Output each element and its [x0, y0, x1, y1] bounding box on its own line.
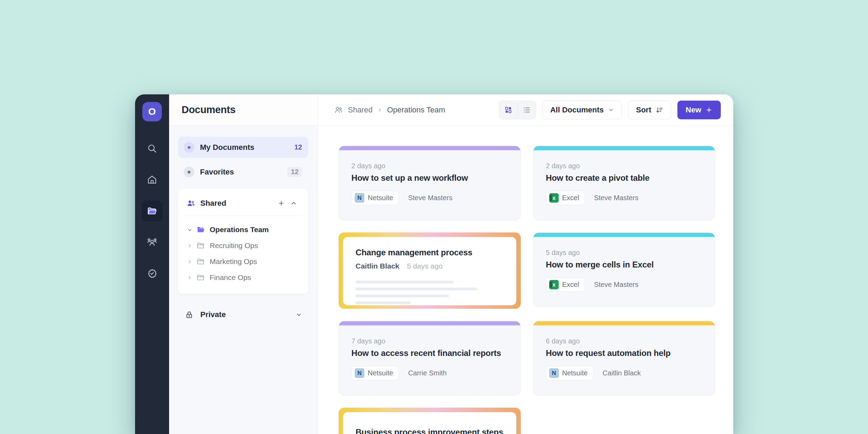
plus-icon	[278, 200, 285, 207]
count-badge: 12	[287, 167, 302, 177]
chevron-right-icon	[187, 243, 192, 248]
tree-item-operations-team[interactable]: Operations Team	[185, 222, 301, 238]
card-date: 5 days ago	[546, 249, 702, 257]
card-accent-bar	[533, 321, 715, 325]
tree-item-label: Finance Ops	[210, 273, 251, 282]
document-card[interactable]: 5 days ago How to merge cells in Excel x…	[533, 232, 715, 307]
excel-icon: x	[549, 193, 559, 203]
add-shared-folder-button[interactable]	[275, 197, 287, 210]
text-skeleton	[356, 281, 504, 304]
card-author: Steve Masters	[594, 281, 639, 289]
document-card[interactable]: 2 days ago How to set up a new workflow …	[339, 146, 521, 220]
main-panel: Shared Operations Team All Documents	[318, 94, 733, 434]
collapse-shared-button[interactable]	[287, 197, 300, 210]
excel-icon: x	[549, 280, 559, 289]
app-badge: N Netsuite	[351, 366, 399, 380]
card-date: 7 days ago	[351, 337, 508, 345]
document-grid: 2 days ago How to set up a new workflow …	[318, 126, 733, 434]
team-icon	[147, 237, 157, 247]
app-badge: N Netsuite	[351, 191, 399, 205]
star-icon: ★	[184, 142, 194, 153]
new-button-label: New	[686, 105, 701, 114]
folder-icon	[197, 257, 205, 266]
document-card[interactable]: 2 days ago How to create a pivot table x…	[533, 146, 715, 220]
card-accent-bar	[533, 233, 715, 237]
card-date: 2 days ago	[351, 162, 508, 170]
card-author: Caitlin Black	[356, 262, 399, 270]
chevron-down-icon	[608, 107, 614, 113]
app-badge: x Excel	[546, 278, 585, 292]
star-icon: ★	[184, 167, 194, 177]
document-preview-card[interactable]: Change management process Caitlin Black …	[339, 232, 521, 309]
app-badge: x Excel	[546, 191, 585, 205]
chevron-right-icon	[187, 259, 192, 264]
app-window: O Documents ★ My Docu	[135, 94, 733, 434]
chevron-right-icon	[187, 275, 192, 280]
netsuite-icon: N	[355, 368, 364, 378]
card-title: How to merge cells in Excel	[546, 260, 702, 270]
sidebar-header: Documents	[169, 94, 317, 126]
new-document-button[interactable]: New	[677, 101, 721, 119]
card-date: 5 days ago	[407, 262, 443, 270]
documents-button[interactable]	[141, 200, 163, 222]
chevron-down-icon	[296, 312, 302, 318]
home-button[interactable]	[141, 169, 163, 191]
netsuite-icon: N	[549, 368, 559, 378]
folder-icon	[197, 241, 205, 250]
app-badge-label: Netsuite	[368, 369, 393, 377]
sort-button[interactable]: Sort	[628, 101, 671, 119]
tree-item-label: Operations Team	[210, 225, 269, 234]
view-toggle	[499, 101, 536, 119]
teams-button[interactable]	[141, 231, 163, 253]
app-badge-label: Excel	[562, 194, 579, 202]
document-card[interactable]: 7 days ago How to access recent financia…	[339, 321, 521, 395]
netsuite-icon: N	[355, 193, 364, 203]
card-title: Change management process	[356, 248, 504, 257]
folder-icon	[197, 273, 205, 282]
grid-view-icon	[504, 106, 512, 114]
divider	[185, 216, 301, 216]
app-badge-label: Excel	[562, 281, 579, 289]
lock-icon	[185, 310, 193, 319]
verified-button[interactable]	[141, 262, 163, 284]
filter-dropdown[interactable]: All Documents	[542, 101, 622, 119]
search-button[interactable]	[141, 137, 163, 160]
grid-view-button[interactable]	[499, 101, 517, 119]
card-author: Steve Masters	[594, 194, 639, 202]
card-accent-bar	[339, 146, 520, 150]
breadcrumb-root[interactable]: Shared	[348, 105, 373, 114]
card-title: Business process improvement steps	[356, 427, 504, 434]
search-icon	[147, 143, 157, 154]
sort-button-label: Sort	[636, 105, 651, 114]
shared-section-label: Shared	[200, 199, 275, 208]
app-logo[interactable]: O	[142, 102, 162, 121]
sidebar-item-favorites[interactable]: ★ Favorites 12	[178, 161, 308, 182]
sidebar: Documents ★ My Documents 12 ★ Favorites …	[169, 94, 318, 434]
breadcrumb-current: Operations Team	[387, 105, 445, 114]
card-author: Carrie Smith	[408, 369, 446, 377]
folder-open-icon	[147, 206, 157, 216]
filter-dropdown-label: All Documents	[550, 105, 604, 114]
card-accent-bar	[533, 146, 715, 150]
home-icon	[147, 175, 157, 185]
tree-item-finance-ops[interactable]: Finance Ops	[185, 270, 301, 286]
sidebar-item-label: Private	[200, 310, 296, 319]
badge-check-icon	[147, 268, 157, 279]
chevron-up-icon	[290, 200, 297, 207]
chevron-right-icon	[377, 108, 382, 112]
shared-section: Shared Operations Team	[178, 189, 308, 294]
card-date: 6 days ago	[546, 337, 702, 345]
document-card[interactable]: 6 days ago How to request automation hel…	[533, 321, 715, 395]
card-author: Caitlin Black	[602, 369, 641, 377]
sidebar-item-private[interactable]: Private	[178, 304, 308, 325]
folder-open-icon	[197, 225, 205, 234]
sidebar-item-label: My Documents	[200, 143, 294, 152]
chevron-down-icon	[187, 227, 192, 232]
sidebar-item-my-documents[interactable]: ★ My Documents 12	[178, 137, 308, 158]
card-accent-bar	[339, 321, 520, 325]
document-preview-card[interactable]: Business process improvement steps	[339, 408, 521, 434]
tree-item-recruiting-ops[interactable]: Recruiting Ops	[185, 238, 301, 254]
app-badge: N Netsuite	[546, 366, 593, 380]
list-view-button[interactable]	[518, 101, 536, 119]
tree-item-marketing-ops[interactable]: Marketing Ops	[185, 254, 301, 270]
